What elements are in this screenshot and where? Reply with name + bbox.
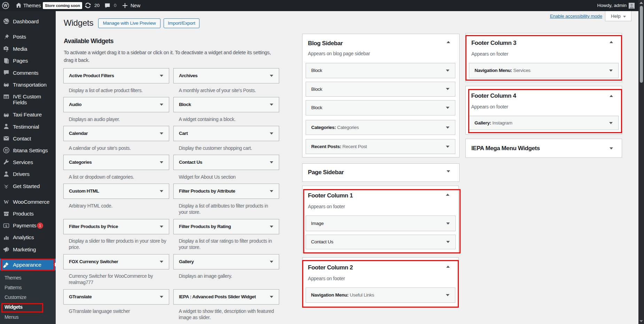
svg-text:$: $ [5,224,7,227]
svg-text:W: W [4,199,9,205]
svg-text:W: W [3,3,8,8]
